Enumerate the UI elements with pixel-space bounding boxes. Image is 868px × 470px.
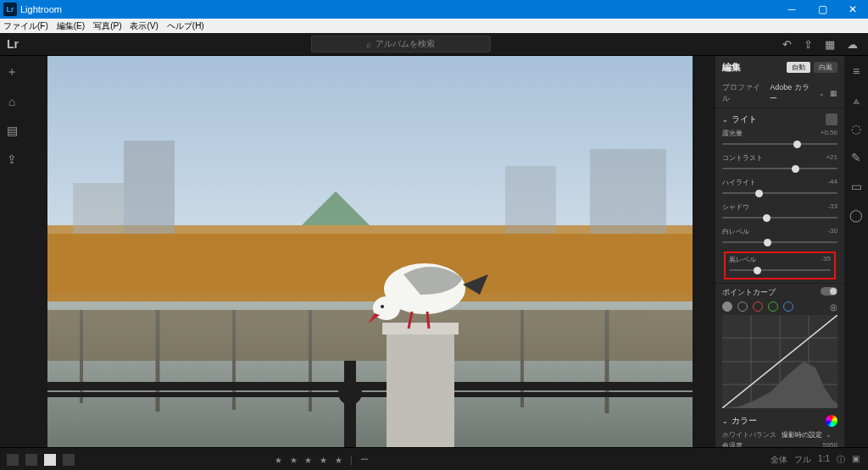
whites-slider[interactable]: 白レベル-30 <box>722 227 837 246</box>
svg-rect-21 <box>382 323 459 335</box>
grid-icon[interactable]: ▦ <box>825 38 835 51</box>
contrast-label: コントラスト <box>722 153 763 163</box>
profile-value[interactable]: Adobe カラー <box>770 82 814 104</box>
search-placeholder: アルバムを検索 <box>376 38 435 50</box>
zoom-fit[interactable]: 全体 <box>771 454 787 466</box>
bw-button[interactable]: 白黒 <box>814 62 837 73</box>
home-icon[interactable]: ⌂ <box>8 95 15 108</box>
curve-blue-icon[interactable] <box>783 301 793 312</box>
appbar: Lr ⌕ アルバムを検索 ↶ ⇧ ▦ ☁ <box>0 33 868 56</box>
svg-rect-3 <box>124 141 175 234</box>
footer: ★ ★ ★ ★ ★ | ー 全体 フル 1:1 ⓘ ▣ <box>0 447 868 470</box>
heal-icon[interactable]: ◌ <box>851 122 861 135</box>
linear-grad-icon[interactable]: ▭ <box>851 180 862 193</box>
menu-view[interactable]: 表示(V) <box>130 20 158 32</box>
chevron-down-icon[interactable]: ⌄ <box>826 431 832 439</box>
wb-label: ホワイトバランス <box>722 430 776 440</box>
exposure-slider[interactable]: 露光量+0.56 <box>722 129 837 148</box>
contrast-slider[interactable]: コントラスト+21 <box>722 153 837 173</box>
flag-icon[interactable]: ー <box>360 454 371 466</box>
temp-label: 色温度 <box>722 441 743 447</box>
library-icon[interactable]: ▤ <box>7 124 18 137</box>
blacks-label: 黒レベル <box>729 255 756 264</box>
light-section: ⌄ライト 露光量+0.56 コントラスト+21 ハイライト-44 シャドウ-33… <box>715 108 844 284</box>
color-title: カラー <box>732 415 757 427</box>
share-left-icon[interactable]: ⇪ <box>7 152 17 166</box>
menu-edit[interactable]: 編集(E) <box>57 20 85 32</box>
wb-value[interactable]: 撮影時の設定 <box>782 430 822 440</box>
profile-grid-icon[interactable]: ▦ <box>830 89 837 97</box>
brush-icon[interactable]: ✎ <box>851 151 861 164</box>
svg-rect-4 <box>73 183 124 234</box>
whites-value: -30 <box>827 227 837 236</box>
search-input[interactable]: ⌕ アルバムを検索 <box>311 36 491 53</box>
rating-stars[interactable]: ★ ★ ★ ★ ★ <box>275 456 345 465</box>
svg-rect-7 <box>47 234 693 301</box>
close-button[interactable]: ✕ <box>837 0 868 19</box>
chevron-down-icon[interactable]: ⌄ <box>722 116 728 124</box>
eyedropper-icon[interactable] <box>826 113 837 125</box>
filmstrip-toggle-icon[interactable] <box>7 454 19 466</box>
curve-toggle[interactable] <box>821 287 837 296</box>
cloud-icon[interactable]: ☁ <box>847 38 858 51</box>
grid-view-icon[interactable] <box>25 454 37 466</box>
search-icon: ⌕ <box>366 40 371 49</box>
curve-red-icon[interactable] <box>753 301 763 312</box>
svg-rect-5 <box>505 166 556 234</box>
auto-button[interactable]: 自動 <box>787 62 810 73</box>
exposure-value: +0.56 <box>821 129 837 138</box>
svg-rect-15 <box>47 382 693 390</box>
light-title: ライト <box>732 113 757 125</box>
menubar: ファイル(F) 編集(E) 写真(P) 表示(V) ヘルプ(H) <box>0 19 868 33</box>
svg-rect-6 <box>590 149 666 234</box>
maximize-button[interactable]: ▢ <box>807 0 837 19</box>
edit-panel: 編集 自動 白黒 プロファイル Adobe カラー ⌄ ▦ ⌄ライト 露光量+0… <box>715 56 844 447</box>
profile-label: プロファイル <box>722 82 765 104</box>
shadows-value: -33 <box>827 202 837 212</box>
svg-point-24 <box>381 305 384 308</box>
svg-line-26 <box>427 312 429 329</box>
add-icon[interactable]: ＋ <box>6 64 18 80</box>
menu-file[interactable]: ファイル(F) <box>3 20 48 32</box>
tone-curve[interactable] <box>722 315 837 408</box>
highlights-slider[interactable]: ハイライト-44 <box>722 178 837 197</box>
curve-luma-icon[interactable] <box>737 301 748 312</box>
curve-green-icon[interactable] <box>768 301 778 312</box>
temperature-slider[interactable]: 色温度5950 <box>722 441 837 447</box>
lr-logo: Lr <box>7 37 19 51</box>
info-icon[interactable]: ⓘ <box>837 454 845 466</box>
sliders-icon[interactable]: ≡ <box>853 64 860 78</box>
undo-icon[interactable]: ↶ <box>782 38 792 51</box>
contrast-value: +21 <box>826 153 837 163</box>
view-icon[interactable]: ▣ <box>852 454 860 466</box>
zoom-full[interactable]: フル <box>794 454 811 466</box>
menu-help[interactable]: ヘルプ(H) <box>167 20 204 32</box>
menu-photo[interactable]: 写真(P) <box>93 20 121 32</box>
share-icon[interactable]: ⇧ <box>804 38 813 51</box>
app-logo-icon: Lr <box>3 3 17 16</box>
blacks-highlight-box: 黒レベル-35 <box>724 252 836 279</box>
curve-title: ポイントカーブ <box>722 287 776 298</box>
crop-icon[interactable]: ⟁ <box>853 93 860 107</box>
chevron-down-icon[interactable]: ⌄ <box>819 90 825 97</box>
zoom-1to1[interactable]: 1:1 <box>818 454 830 466</box>
blacks-value: -35 <box>821 255 831 264</box>
photo-canvas[interactable] <box>24 56 715 447</box>
photo-preview <box>47 56 693 447</box>
minimize-button[interactable]: ─ <box>776 0 807 19</box>
compare-view-icon[interactable] <box>63 454 75 466</box>
highlights-value: -44 <box>827 178 837 187</box>
whites-label: 白レベル <box>722 227 749 236</box>
color-wheel-icon[interactable] <box>826 415 837 427</box>
curve-param-icon[interactable] <box>722 301 732 312</box>
blacks-slider[interactable]: 黒レベル-35 <box>729 255 831 274</box>
single-view-icon[interactable] <box>44 454 56 466</box>
exposure-label: 露光量 <box>722 129 743 138</box>
color-section: ⌄カラー ホワイトバランス撮影時の設定⌄ 色温度5950 <box>715 412 844 447</box>
curve-target-icon[interactable]: ◎ <box>830 302 837 312</box>
chevron-down-icon[interactable]: ⌄ <box>722 417 728 425</box>
app-title: Lightroom <box>20 4 62 14</box>
shadows-slider[interactable]: シャドウ-33 <box>722 202 837 222</box>
radial-grad-icon[interactable]: ◯ <box>849 208 863 222</box>
shadows-label: シャドウ <box>722 202 749 212</box>
